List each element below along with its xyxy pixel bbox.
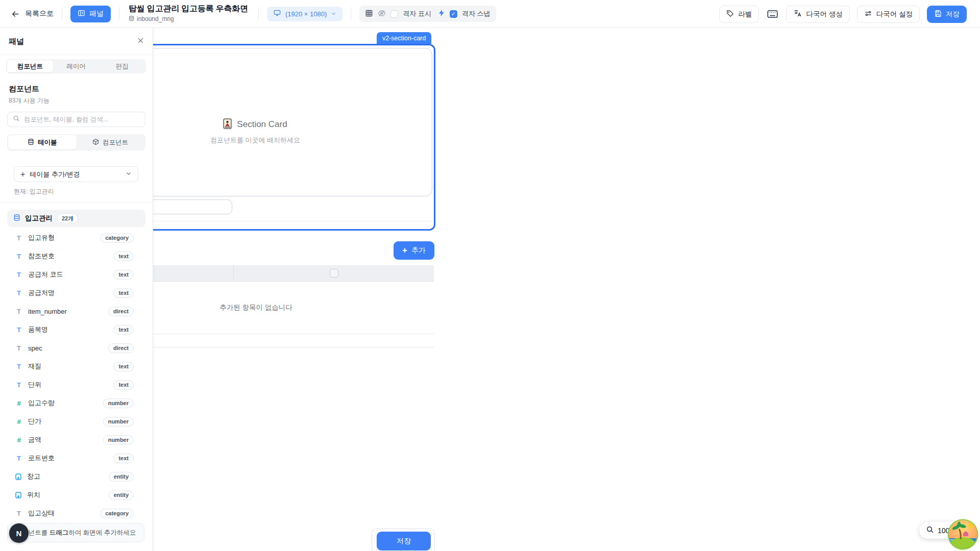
field-item[interactable]: T공급처명text (0, 284, 153, 302)
label-button[interactable]: 라벨 (719, 6, 759, 23)
table-group-header[interactable]: 입고관리 22개 (7, 210, 145, 227)
field-list: T입고유형category T참조번호text T공급처 코드text T공급처… (0, 229, 153, 522)
island-sticker (947, 519, 978, 550)
components-heading: 컴포넌트 (9, 84, 153, 94)
panel-title: 패널 (9, 37, 24, 46)
field-item[interactable]: 창고entity (0, 467, 153, 486)
entity-field-icon (15, 473, 21, 480)
type-badge: entity (109, 472, 134, 482)
search-input[interactable] (24, 116, 140, 123)
field-item[interactable]: T참조번호text (0, 247, 153, 265)
component-panel: 패널 컴포넌트 레이어 편집 컴포넌트 83개 사용 가능 테이블 컴포넌트 (0, 28, 153, 551)
grid-snap-label: 격자 스냅 (462, 9, 491, 18)
text-field-icon: T (15, 326, 22, 334)
text-field-icon: T (15, 455, 22, 462)
tab-layers[interactable]: 레이어 (53, 60, 99, 72)
box-icon (92, 138, 99, 147)
section-card-title: Section Card (237, 119, 287, 130)
text-field-icon: T (15, 308, 22, 315)
text-field-icon: T (15, 344, 22, 352)
tag-icon (726, 10, 734, 19)
text-field-icon: T (15, 289, 22, 297)
panel-tabs: 컴포넌트 레이어 편집 (6, 59, 146, 73)
select-all-checkbox[interactable] (330, 269, 338, 278)
current-table-label: 현재: 입고관리 (14, 187, 153, 196)
add-row-button[interactable]: + 추가 (394, 241, 434, 260)
arrow-left-icon (11, 10, 20, 18)
magnifier-icon (926, 525, 934, 535)
toggle-table[interactable]: 테이블 (8, 135, 77, 149)
section-card-hint: 컴포넌트를 이곳에 배치하세요 (210, 136, 300, 145)
grid-controls: 격자 표시 ✓ 격자 스냅 (359, 6, 496, 22)
close-icon[interactable] (137, 37, 144, 46)
sliders-icon (864, 10, 872, 19)
save-button-selection: 저장 (372, 529, 435, 551)
database-icon (129, 15, 134, 23)
plus-icon: + (402, 246, 407, 255)
chevron-down-icon (126, 170, 132, 178)
field-item[interactable]: Tspecdirect (0, 339, 153, 357)
field-item[interactable]: T단위text (0, 375, 153, 394)
tab-components[interactable]: 컴포넌트 (7, 60, 53, 72)
field-item[interactable]: 위치entity (0, 486, 153, 504)
database-icon (28, 138, 34, 147)
table-header-cell (234, 265, 434, 281)
i18n-generate-button[interactable]: 다국어 생성 (786, 6, 849, 23)
eye-off-icon (378, 9, 386, 19)
number-field-icon: # (15, 436, 22, 444)
type-badge: direct (108, 343, 134, 353)
field-item[interactable]: T품목명text (0, 320, 153, 339)
divider (258, 7, 259, 20)
panel-toggle-button[interactable]: 패널 (70, 6, 111, 22)
type-badge: text (113, 325, 134, 335)
field-item[interactable]: T로트번호text (0, 449, 153, 467)
text-field-icon: T (15, 510, 22, 517)
type-badge: category (100, 233, 134, 243)
type-badge: text (113, 270, 134, 280)
canvas-save-button[interactable]: 저장 (377, 532, 431, 550)
save-icon (934, 10, 942, 19)
type-badge: number (103, 417, 134, 427)
i18n-settings-button[interactable]: 다국어 설정 (857, 6, 920, 23)
playing-card-icon (223, 118, 232, 131)
text-field-icon: T (15, 234, 22, 242)
table-subtitle: inbound_mng (129, 15, 248, 23)
field-item[interactable]: #입고수량number (0, 394, 153, 412)
toggle-component[interactable]: 컴포넌트 (77, 135, 145, 149)
text-field-icon: T (15, 253, 22, 260)
back-to-list-button[interactable]: 목록으로 (11, 9, 54, 18)
field-item[interactable]: #단가number (0, 412, 153, 431)
type-badge: category (100, 509, 134, 518)
type-badge: direct (108, 307, 134, 316)
field-item[interactable]: T입고상태category (0, 504, 153, 522)
plus-icon: + (20, 170, 25, 179)
number-field-icon: # (15, 418, 22, 425)
search-icon (13, 115, 20, 124)
entity-field-icon (15, 492, 21, 498)
field-item[interactable]: T재질text (0, 357, 153, 375)
grid-icon (365, 9, 373, 19)
field-item[interactable]: Titem_numberdirect (0, 302, 153, 320)
save-button[interactable]: 저장 (927, 6, 967, 23)
field-item[interactable]: T입고유형category (0, 229, 153, 247)
type-badge: number (103, 398, 134, 408)
screen-size-selector[interactable]: (980 × 551) (267, 7, 342, 21)
field-item[interactable]: #금액number (0, 431, 153, 449)
grid-snap-checkbox[interactable]: ✓ (450, 10, 457, 18)
search-box[interactable] (7, 112, 145, 127)
field-count-badge: 22개 (57, 213, 78, 224)
text-field-icon: T (15, 363, 22, 370)
monitor-icon (273, 9, 281, 18)
tab-edit[interactable]: 편집 (99, 60, 145, 72)
bolt-icon (438, 9, 445, 18)
table-group-name: 입고관리 (25, 214, 53, 223)
panel-left-icon (78, 9, 85, 18)
top-toolbar: 목록으로 패널 탑씰 입고관리 입고등록 우측화면 inbound_mng (1 (0, 0, 980, 28)
divider (0, 202, 153, 203)
keyboard-shortcuts-icon[interactable] (766, 6, 779, 23)
grid-show-checkbox[interactable] (390, 10, 398, 18)
add-table-dropdown[interactable]: + 테이블 추가/변경 (14, 166, 138, 182)
avatar[interactable]: N (9, 523, 29, 543)
field-item[interactable]: T공급처 코드text (0, 265, 153, 284)
type-badge: text (113, 454, 134, 463)
